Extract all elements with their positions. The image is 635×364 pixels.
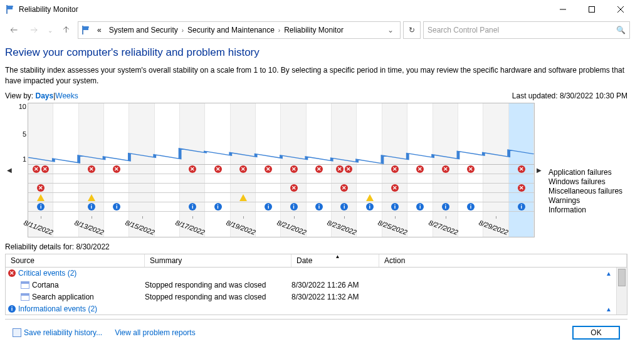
error-icon: ✕: [33, 165, 40, 173]
app-icon: [21, 293, 29, 301]
chart-scroll-right[interactable]: ▶: [535, 103, 543, 237]
flag-icon: [5, 4, 15, 14]
breadcrumb[interactable]: System and Security: [105, 26, 182, 34]
search-placeholder: Search Control Panel: [428, 26, 616, 34]
info-icon: i: [518, 203, 525, 211]
error-icon: ✕: [88, 165, 95, 173]
error-icon: ✕: [41, 165, 49, 173]
chart-scroll-left[interactable]: ◀: [5, 103, 14, 237]
recent-down-icon[interactable]: ⌄: [45, 21, 55, 39]
forward-button[interactable]: 🡢: [25, 21, 43, 39]
group-informational[interactable]: i Informational events (2) ▲: [6, 303, 627, 315]
collapse-icon: ▲: [606, 270, 612, 277]
last-updated: Last updated: 8/30/2022 10:30 PM: [512, 91, 627, 100]
save-history-link[interactable]: Save reliability history...: [13, 328, 102, 337]
error-icon: ✕: [37, 184, 45, 192]
error-icon: ✕: [391, 184, 399, 192]
date-label: 8/29/2022: [478, 219, 510, 236]
stability-chart[interactable]: ◀ 10 5 1 ✕✕✕i✕i✕i✕i✕i✕✕i✕✕i✕i✕✕✕ii✕✕i✕i✕…: [5, 103, 627, 237]
table-row[interactable]: Search application Stopped responding an…: [6, 291, 627, 303]
y-axis: 10 5 1: [14, 103, 28, 237]
collapse-icon: ▲: [606, 306, 612, 313]
error-icon: ✕: [214, 165, 222, 173]
error-icon: ✕: [239, 165, 247, 173]
flag-icon: [81, 25, 91, 35]
group-critical[interactable]: ✕ Critical events (2) ▲: [6, 268, 627, 279]
error-icon: ✕: [442, 165, 449, 173]
footer: Save reliability history... View all pro…: [5, 319, 627, 346]
col-date[interactable]: Date▲: [291, 254, 379, 267]
scrollbar[interactable]: [616, 268, 627, 315]
info-icon: i: [265, 203, 272, 211]
details-header: Reliability details for: 8/30/2022: [5, 237, 627, 254]
error-icon: ✕: [391, 165, 399, 173]
date-label: 8/27/2022: [428, 219, 459, 236]
details-table-header: Source Summary Date▲ Action: [5, 254, 627, 268]
address-bar[interactable]: « System and Security › Security and Mai…: [78, 21, 401, 39]
page-description: The stability index assesses your system…: [5, 65, 627, 86]
col-action[interactable]: Action: [379, 254, 627, 267]
error-icon: ✕: [265, 165, 272, 173]
error-icon: ✕: [8, 269, 16, 277]
info-icon: i: [290, 203, 298, 211]
error-icon: ✕: [290, 165, 298, 173]
address-dropdown-icon[interactable]: ⌄: [384, 26, 397, 34]
date-label: 8/11/2022: [23, 219, 55, 236]
date-label: 8/19/2022: [225, 219, 256, 236]
date-label: 8/17/2022: [175, 219, 206, 236]
close-button[interactable]: [606, 0, 635, 19]
view-weeks-link[interactable]: Weeks: [55, 91, 78, 100]
date-label: 8/25/2022: [377, 219, 408, 236]
view-days-link[interactable]: Days: [35, 91, 53, 100]
search-input[interactable]: Search Control Panel 🔍: [423, 21, 630, 39]
info-icon: i: [88, 203, 95, 211]
info-icon: i: [37, 203, 45, 211]
date-label: 8/21/2022: [276, 219, 307, 236]
error-icon: ✕: [290, 184, 298, 192]
nav-bar: 🡠 🡢 ⌄ 🡡 « System and Security › Security…: [0, 19, 635, 41]
maximize-button[interactable]: [577, 0, 606, 19]
info-icon: i: [189, 203, 196, 211]
save-icon: [13, 328, 21, 337]
error-icon: ✕: [416, 165, 424, 173]
warning-icon: [239, 194, 247, 201]
info-icon: i: [442, 203, 449, 211]
app-icon: [21, 281, 29, 289]
details-table[interactable]: ✕ Critical events (2) ▲ Cortana Stopped …: [5, 268, 627, 315]
info-icon: i: [467, 203, 475, 211]
warning-icon: [37, 194, 45, 201]
info-icon: i: [8, 305, 16, 313]
error-icon: ✕: [189, 165, 196, 173]
date-label: 8/15/2022: [124, 219, 155, 236]
chart-legend: Application failures Windows failures Mi…: [543, 103, 627, 237]
search-icon: 🔍: [616, 26, 626, 34]
error-icon: ✕: [336, 165, 344, 173]
table-row[interactable]: Cortana Stopped responding and was close…: [6, 279, 627, 291]
error-icon: ✕: [345, 165, 352, 173]
info-icon: i: [315, 203, 323, 211]
error-icon: ✕: [113, 165, 120, 173]
breadcrumb-ellipsis[interactable]: «: [93, 26, 105, 34]
view-by-label: View by:: [5, 91, 33, 100]
view-all-reports-link[interactable]: View all problem reports: [115, 328, 196, 337]
col-source[interactable]: Source: [6, 254, 145, 267]
date-label: 8/13/2022: [73, 219, 105, 236]
warning-icon: [366, 194, 374, 201]
up-button[interactable]: 🡡: [58, 21, 75, 39]
info-icon: i: [366, 203, 374, 211]
info-icon: i: [340, 203, 348, 211]
back-button[interactable]: 🡠: [5, 21, 23, 39]
refresh-button[interactable]: ↻: [403, 21, 421, 39]
ok-button[interactable]: OK: [572, 326, 620, 340]
col-summary[interactable]: Summary: [145, 254, 291, 267]
error-icon: ✕: [315, 165, 323, 173]
svg-rect-1: [589, 7, 595, 13]
titlebar: Reliability Monitor: [0, 0, 635, 19]
error-icon: ✕: [467, 165, 475, 173]
minimize-button[interactable]: [548, 0, 577, 19]
breadcrumb[interactable]: Security and Maintenance: [184, 26, 278, 34]
info-icon: i: [416, 203, 424, 211]
page-title: Review your computer's reliability and p…: [5, 46, 627, 59]
breadcrumb[interactable]: Reliability Monitor: [280, 26, 347, 34]
window-title: Reliability Monitor: [19, 5, 78, 14]
